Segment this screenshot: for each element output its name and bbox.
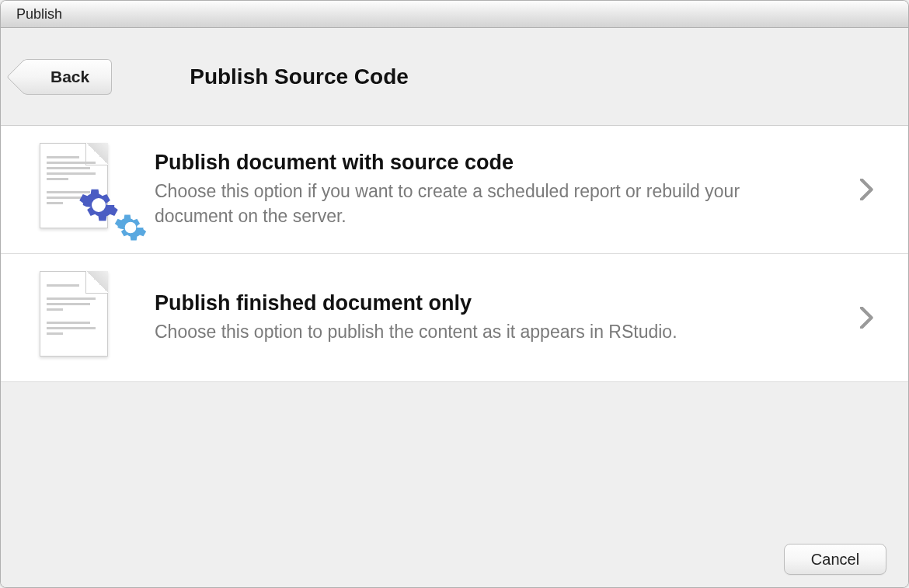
gear-small-icon (113, 210, 148, 245)
option-text: Publish finished document only Choose th… (155, 291, 820, 344)
cancel-button[interactable]: Cancel (784, 544, 886, 575)
option-title: Publish document with source code (155, 151, 820, 175)
dialog-footer: Cancel (1, 531, 908, 587)
option-description: Choose this option if you want to create… (155, 179, 820, 228)
dialog-title: Publish (16, 6, 62, 23)
page-title: Publish Source Code (190, 64, 409, 89)
publish-dialog: Publish Back Publish Source Code (0, 0, 909, 588)
chevron-right-icon (857, 307, 877, 329)
option-description: Choose this option to publish the conten… (155, 320, 820, 344)
option-title: Publish finished document only (155, 291, 820, 315)
document-gears-icon (40, 143, 117, 236)
dialog-body-spacer (1, 382, 908, 531)
chevron-right-icon (857, 179, 877, 200)
options-list: Publish document with source code Choose… (1, 126, 908, 382)
dialog-titlebar: Publish (1, 1, 908, 28)
option-publish-finished-only[interactable]: Publish finished document only Choose th… (1, 254, 908, 382)
document-icon (40, 271, 117, 364)
back-button-label: Back (50, 68, 89, 86)
option-text: Publish document with source code Choose… (155, 151, 820, 228)
back-button[interactable]: Back (23, 59, 112, 95)
dialog-header: Back Publish Source Code (1, 28, 908, 126)
option-publish-with-source[interactable]: Publish document with source code Choose… (1, 126, 908, 254)
